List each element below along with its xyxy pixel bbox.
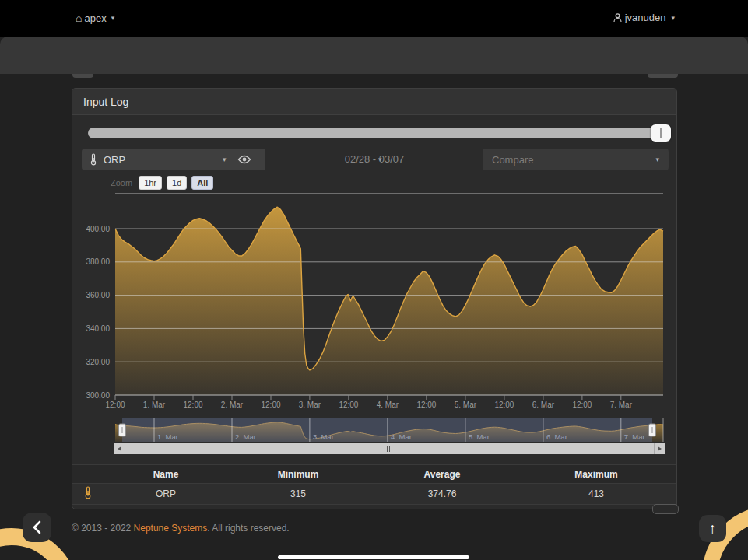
svg-text:340.00: 340.00 — [86, 324, 110, 333]
copyright-text: © 2013 - 2022 — [72, 523, 134, 534]
svg-text:1. Mar: 1. Mar — [157, 432, 178, 441]
svg-text:12:00: 12:00 — [339, 401, 358, 409]
svg-text:4. Mar: 4. Mar — [391, 432, 412, 441]
navigator-left-handle[interactable] — [119, 424, 126, 436]
app-screen: 10:50 AM Tue Mar 7 90% apex ⚙ ⌂ apex ▾ A… — [0, 0, 748, 560]
svg-text:12:00: 12:00 — [572, 401, 592, 409]
svg-text:12:00: 12:00 — [261, 401, 280, 409]
scrollbar-left-arrow[interactable] — [114, 443, 125, 454]
svg-text:6. Mar: 6. Mar — [546, 432, 567, 441]
svg-text:380.00: 380.00 — [86, 257, 110, 266]
svg-text:7. Mar: 7. Mar — [610, 401, 633, 409]
svg-text:12:00: 12:00 — [183, 401, 202, 409]
stats-header-average: Average — [368, 465, 516, 484]
scroll-to-top-button[interactable]: ↑ — [699, 515, 726, 542]
chevron-down-icon: ▾ — [671, 14, 675, 22]
range-slider-track[interactable] — [88, 128, 667, 138]
range-slider-handle[interactable] — [651, 124, 671, 142]
stats-header-icon — [72, 465, 104, 484]
stats-cell-name: ORP — [104, 484, 228, 505]
stats-cell-maximum: 413 — [516, 484, 676, 505]
copyright-footer: © 2013 - 2022 Neptune Systems. All right… — [72, 523, 290, 534]
nav-home-label: apex — [84, 12, 106, 24]
zoom-label: Zoom — [111, 178, 132, 187]
svg-text:12:00: 12:00 — [105, 401, 125, 409]
stats-header-name: Name — [104, 465, 228, 484]
stats-cell-minimum: 315 — [228, 484, 368, 505]
thermometer-icon — [84, 486, 92, 499]
svg-text:300.00: 300.00 — [86, 391, 110, 400]
navigator-right-handle[interactable] — [649, 424, 656, 436]
svg-text:7. Mar: 7. Mar — [624, 432, 645, 441]
stats-header-maximum: Maximum — [516, 465, 676, 484]
svg-text:320.00: 320.00 — [86, 358, 110, 366]
stats-header-minimum: Minimum — [228, 465, 368, 484]
x-axis-labels: 12:001. Mar12:002. Mar12:003. Mar12:004.… — [105, 395, 632, 409]
svg-text:12:00: 12:00 — [494, 401, 514, 409]
zoom-button-1d[interactable]: 1d — [167, 176, 187, 190]
fusion-nav-bar — [0, 37, 748, 74]
svg-text:6. Mar: 6. Mar — [532, 401, 555, 409]
orp-area-chart[interactable]: 300.00320.00340.00360.00380.00400.00 12:… — [75, 193, 666, 409]
svg-text:3. Mar: 3. Mar — [313, 432, 334, 441]
home-indicator-bar — [278, 555, 469, 559]
user-icon — [613, 13, 622, 23]
home-icon: ⌂ — [76, 12, 82, 24]
stats-table-header-row: Name Minimum Average Maximum — [72, 465, 676, 484]
zoom-controls: Zoom 1hr 1d All — [111, 176, 213, 190]
chevron-left-icon — [32, 520, 42, 534]
scrolled-button-bottom-right[interactable] — [652, 504, 679, 514]
svg-text:360.00: 360.00 — [86, 291, 110, 299]
chart-navigator[interactable]: 1. Mar2. Mar3. Mar4. Mar5. Mar6. Mar7. M… — [75, 418, 666, 443]
stats-cell-average: 374.76 — [368, 484, 516, 505]
compare-select-dropdown[interactable]: Compare ▾ — [483, 149, 669, 170]
arrow-up-icon: ↑ — [709, 520, 717, 537]
probe-type-cell — [72, 484, 104, 505]
nav-home-dropdown[interactable]: ⌂ apex ▾ — [76, 12, 114, 24]
nav-user-dropdown[interactable]: jvanuden ▾ — [613, 12, 675, 23]
svg-text:2. Mar: 2. Mar — [221, 401, 244, 409]
back-button[interactable] — [23, 513, 51, 542]
stats-table: Name Minimum Average Maximum ORP 315 374… — [72, 464, 676, 505]
svg-text:5. Mar: 5. Mar — [469, 432, 490, 441]
rights-text: . All rights reserved. — [207, 523, 289, 534]
nav-user-label: jvanuden — [625, 12, 666, 23]
svg-text:3. Mar: 3. Mar — [299, 401, 321, 409]
panel-title: Input Log — [72, 89, 676, 115]
svg-text:5. Mar: 5. Mar — [455, 401, 477, 409]
scrollbar-right-arrow[interactable] — [654, 443, 665, 454]
stats-table-row[interactable]: ORP 315 374.76 413 — [72, 484, 676, 505]
neptune-systems-link[interactable]: Neptune Systems — [134, 523, 208, 534]
y-axis-labels: 300.00320.00340.00360.00380.00400.00 — [86, 225, 110, 400]
chart-area-fill — [115, 207, 663, 395]
input-log-panel: Input Log ORP ▾ ▾ 02/28 - 03/07 Compare — [72, 88, 677, 509]
zoom-button-all[interactable]: All — [191, 176, 213, 190]
chevron-down-icon: ▾ — [655, 156, 659, 163]
compare-select-placeholder: Compare — [492, 154, 533, 166]
svg-text:4. Mar: 4. Mar — [377, 401, 399, 409]
svg-text:12:00: 12:00 — [416, 401, 436, 409]
chart-horizontal-scrollbar[interactable] — [114, 443, 665, 454]
chevron-down-icon: ▾ — [111, 14, 115, 22]
svg-text:400.00: 400.00 — [86, 225, 110, 233]
svg-text:2. Mar: 2. Mar — [235, 432, 256, 441]
scrollbar-thumb[interactable] — [125, 443, 654, 454]
zoom-button-1hr[interactable]: 1hr — [139, 176, 162, 190]
svg-text:1. Mar: 1. Mar — [143, 401, 166, 409]
